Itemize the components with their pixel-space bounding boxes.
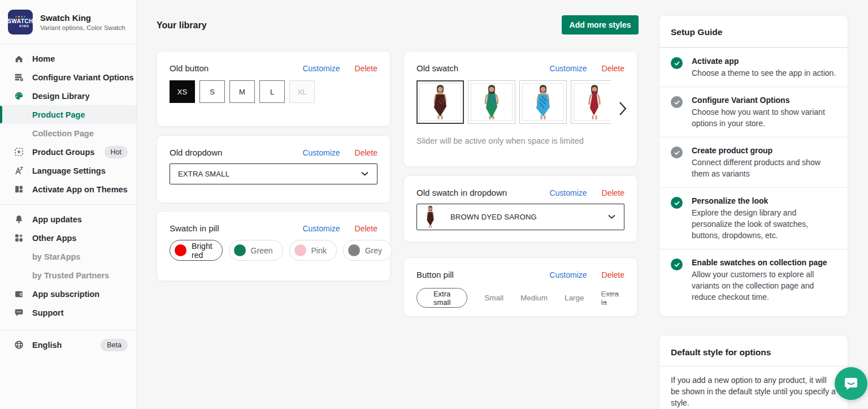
product-thumb-brown-sarong[interactable]: [416, 80, 464, 124]
card-title: Swatch in pill: [170, 223, 302, 233]
sidebar-item-language-settings[interactable]: Language Settings: [0, 161, 137, 180]
color-dot: [348, 244, 360, 256]
card-title: Old button: [170, 63, 302, 73]
swatch-select[interactable]: BROWN DYED SARONG: [416, 204, 624, 230]
sidebar-item-app-subscription[interactable]: App subscription: [0, 285, 137, 303]
card-title: Old swatch: [416, 63, 549, 73]
card-old-swatch-in-dropdown: Old swatch in dropdown Customize Delete …: [403, 175, 637, 242]
product-thumb-red-dress[interactable]: [571, 80, 610, 124]
pill-option-large[interactable]: Large: [565, 294, 584, 302]
variant-options-icon: [14, 72, 24, 83]
sidebar-item-home[interactable]: Home: [0, 49, 137, 68]
product-thumb-green-sarong[interactable]: [468, 80, 515, 124]
sidebar-item-app-updates[interactable]: App updates: [0, 210, 137, 229]
delete-link[interactable]: Delete: [602, 64, 624, 73]
sidebar: SWATCH KING Swatch King Variant options,…: [0, 0, 137, 409]
swatch-pill-grey[interactable]: Grey: [343, 240, 392, 261]
step-description: Connect different products and show them…: [692, 157, 836, 179]
step-description: Choose a theme to see the app in action.: [692, 67, 836, 79]
select-value: BROWN DYED SARONG: [450, 213, 537, 221]
swatch-label: Grey: [365, 246, 382, 255]
size-select[interactable]: EXTRA SMALL: [170, 163, 377, 184]
slider-note: Slider will be active only when space is…: [404, 124, 637, 145]
setup-step-configure-variant-options[interactable]: Configure Variant Options Choose how you…: [659, 87, 848, 137]
sidebar-item-configure-variant-options[interactable]: Configure Variant Options: [0, 68, 137, 87]
card-button-pill: Button pill Customize Delete Extra small…: [403, 257, 637, 317]
home-icon: [14, 54, 24, 64]
size-option-m[interactable]: M: [229, 80, 255, 103]
swatch-label: Green: [251, 246, 273, 255]
check-circle-icon: [671, 147, 683, 158]
chat-launcher-button[interactable]: [835, 367, 867, 400]
app-title: Swatch King: [40, 13, 125, 23]
delete-link[interactable]: Delete: [602, 188, 624, 197]
chevron-right-icon: [618, 101, 627, 116]
sidebar-item-collection-page[interactable]: Collection Page: [0, 124, 137, 143]
apps-plus-icon: [14, 233, 24, 243]
logo-wordmark: SWATCH: [7, 18, 33, 24]
sidebar-item-label: Design Library: [32, 92, 90, 101]
sidebar-item-label: Configure Variant Options: [32, 73, 134, 82]
swatch-pill-bright-red[interactable]: Bright red: [170, 240, 223, 261]
delete-link[interactable]: Delete: [355, 224, 377, 233]
delete-link[interactable]: Delete: [355, 64, 377, 73]
setup-step-personalize-the-look[interactable]: Personalize the look Explore the design …: [659, 187, 848, 249]
carousel-next-button[interactable]: [615, 99, 630, 118]
sidebar-item-language-english[interactable]: English Beta: [0, 335, 137, 354]
size-option-s[interactable]: S: [199, 80, 225, 103]
delete-link[interactable]: Delete: [602, 270, 624, 279]
image-swatch-carousel: [416, 80, 610, 124]
default-style-description: If you add a new option to any product, …: [659, 367, 848, 408]
sidebar-item-design-library[interactable]: Design Library: [0, 87, 137, 105]
setup-step-create-product-group[interactable]: Create product group Connect different p…: [659, 137, 848, 187]
globe-icon: [14, 340, 24, 350]
pill-option-extra-small[interactable]: Extra small: [416, 288, 467, 308]
sidebar-item-product-page[interactable]: Product Page: [0, 105, 137, 124]
customize-link[interactable]: Customize: [549, 64, 587, 73]
card-title: Old swatch in dropdown: [416, 188, 549, 197]
sidebar-item-product-groups[interactable]: Product Groups Hot: [0, 143, 137, 161]
swatch-pill-pink[interactable]: Pink: [289, 240, 337, 261]
beta-badge: Beta: [101, 339, 128, 351]
customize-link[interactable]: Customize: [302, 64, 340, 73]
swatch-pill-green[interactable]: Green: [229, 240, 283, 261]
card-title: Old dropdown: [170, 148, 302, 157]
pill-option-medium[interactable]: Medium: [520, 294, 548, 302]
chevron-down-icon: [361, 170, 369, 178]
check-circle-icon: [671, 197, 683, 209]
sidebar-item-activate-app-on-themes[interactable]: Activate App on Themes: [0, 180, 137, 199]
swatch-label: Bright red: [192, 242, 212, 260]
customize-link[interactable]: Customize: [302, 224, 340, 233]
size-option-xs[interactable]: XS: [170, 80, 195, 103]
sidebar-item-label: Home: [32, 54, 55, 63]
pill-option-extra-large-unavailable[interactable]: Extra la: [601, 290, 624, 307]
size-option-xl[interactable]: XL: [289, 80, 315, 103]
default-style-title: Default style for options: [659, 335, 848, 367]
sidebar-item-by-starapps[interactable]: by StarApps: [0, 247, 137, 266]
product-thumb-blue-sarong[interactable]: [519, 80, 567, 124]
customize-link[interactable]: Customize: [549, 270, 587, 279]
delete-link[interactable]: Delete: [355, 148, 377, 157]
sidebar-item-support[interactable]: Support: [0, 303, 137, 322]
check-circle-icon: [671, 96, 683, 108]
customize-link[interactable]: Customize: [549, 188, 587, 197]
size-option-l[interactable]: L: [259, 80, 285, 103]
sidebar-item-by-trusted-partners[interactable]: by Trusted Partners: [0, 266, 137, 285]
app-subtitle: Variant options, Color Swatch: [40, 24, 125, 31]
swatch-label: Pink: [311, 246, 327, 255]
size-options-row: XS S M L XL: [157, 73, 390, 103]
sidebar-item-label: App subscription: [32, 290, 99, 299]
pill-option-small[interactable]: Small: [484, 294, 504, 302]
logo-dots-icon: [15, 16, 25, 18]
card-old-button: Old button Customize Delete XS S M L XL: [157, 51, 390, 127]
chat-icon: [14, 308, 24, 318]
customize-link[interactable]: Customize: [302, 148, 340, 157]
setup-step-activate-app[interactable]: Activate app Choose a theme to see the a…: [659, 48, 848, 87]
sidebar-item-other-apps[interactable]: Other Apps: [0, 229, 137, 247]
product-thumb-mini: [423, 205, 438, 229]
logo-wordmark-sub: KING: [19, 24, 29, 28]
add-more-styles-button[interactable]: Add more styles: [562, 15, 639, 35]
setup-step-enable-swatches-collection-page[interactable]: Enable swatches on collection page Allow…: [659, 249, 848, 311]
wallet-icon: [14, 289, 24, 299]
default-style-panel: Default style for options If you add a n…: [659, 335, 848, 409]
